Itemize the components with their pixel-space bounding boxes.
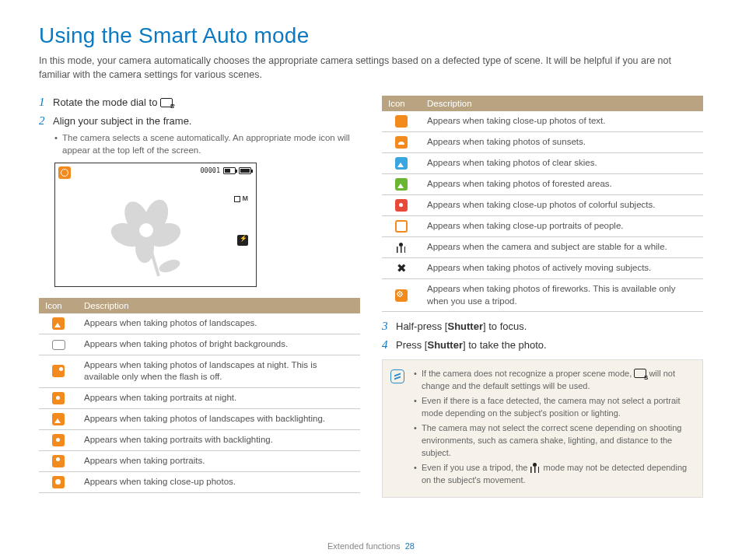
cell-desc: Appears when taking photos of actively m… [421,258,703,279]
step-3: 3 Half-press [Shutter] to focus. [382,320,703,334]
night-landscape-icon [52,365,65,377]
table-row: Appears when taking photos of landscapes… [39,313,360,334]
shot-counter: 00001 [200,166,220,174]
shutter-label: Shutter [427,339,463,351]
table-row: Appears when taking close-up photos of c… [382,195,703,216]
table-row: Appears when taking portraits at night. [39,387,360,408]
col-header-desc: Description [78,298,360,313]
table-row: Appears when taking photos of landscapes… [39,355,360,387]
shutter-label: Shutter [447,320,483,332]
size-indicator: M [234,194,249,202]
night-portrait-icon [52,392,65,404]
table-row: Appears when taking portraits. [39,450,360,471]
step-4-post: ] to take the photo. [463,339,547,351]
colorful-closeup-icon [395,199,408,212]
step-2-text: Align your subject in the frame. [53,114,360,128]
flash-indicator [237,235,248,246]
svg-point-6 [157,257,181,275]
smart-auto-icon [634,369,646,380]
table-row: Appears when taking photos of sunsets. [382,132,703,153]
portrait-icon [52,455,65,467]
closeup-icon [52,476,65,488]
right-column: Icon Description Appears when taking clo… [382,96,703,501]
left-column: 1 Rotate the mode dial to . 2 Align your… [39,96,360,501]
step-4-pre: Press [ [396,339,427,351]
table-row: Appears when taking close-up photos of t… [382,111,703,132]
page-number: 28 [405,541,415,551]
cell-desc: Appears when taking photos of sunsets. [421,132,703,153]
step-2: 2 Align your subject in the frame. [39,114,360,128]
table-row: Appears when taking portraits with backl… [39,429,360,450]
battery-icon [239,167,251,174]
cell-desc: Appears when taking close-up photos of c… [421,195,703,216]
col-header-icon: Icon [382,96,421,111]
step-3-pre: Half-press [ [396,320,447,332]
note-box: If the camera does not recognize a prope… [382,359,703,497]
scene-icons-table-2: Icon Description Appears when taking clo… [382,96,703,312]
table-row: Appears when taking close-up portraits o… [382,216,703,237]
step-number: 3 [382,320,396,334]
note-item: The camera may not select the correct sc… [414,422,693,460]
col-header-desc: Description [421,96,703,111]
table-row: Appears when taking close-up photos. [39,471,360,492]
action-icon: ✖ [395,262,408,275]
step-number: 4 [382,338,396,352]
backlight-portrait-icon [52,434,65,446]
flower-graphic [98,187,191,280]
step-1: 1 Rotate the mode dial to . [39,96,360,110]
section-name: Extended functions [327,541,401,551]
step-2-bullets: The camera selects a scene automatically… [54,132,360,156]
cell-desc: Appears when taking photos of clear skie… [421,153,703,174]
tripod-icon [530,463,541,474]
step-number: 1 [39,96,53,110]
backlight-landscape-icon [52,413,65,425]
cell-desc: Appears when taking photos of forested a… [421,174,703,195]
note-item: If the camera does not recognize a prope… [414,368,693,393]
table-row: Appears when taking photos of forested a… [382,174,703,195]
svg-point-5 [139,223,153,237]
scene-mode-icon [58,166,71,179]
note-item: Even if you use a tripod, the mode may n… [414,462,693,487]
cell-desc: Appears when taking photos of landscapes… [78,408,360,429]
table-row: Appears when taking photos of clear skie… [382,153,703,174]
table-row: Appears when taking photos of landscapes… [39,408,360,429]
forest-icon [395,178,408,191]
cell-desc: Appears when taking portraits with backl… [78,429,360,450]
table-row: Appears when taking photos of bright bac… [39,334,360,355]
smart-auto-icon [160,98,173,109]
fireworks-icon [395,289,408,302]
sunset-icon [395,136,408,149]
tripod-icon [395,241,408,254]
col-header-icon: Icon [39,298,78,313]
landscape-icon [52,317,65,330]
lcd-preview: 00001 M [54,163,257,287]
cell-desc: Appears when taking close-up portraits o… [421,216,703,237]
cell-desc: Appears when taking photos of fireworks.… [421,279,703,312]
cell-desc: Appears when taking photos of bright bac… [78,334,360,355]
cell-desc: Appears when taking close-up photos. [78,471,360,492]
step-1-text-pre: Rotate the mode dial to [53,96,160,108]
page-footer: Extended functions 28 [0,541,742,551]
cell-desc: Appears when taking portraits. [78,450,360,471]
cell-desc: Appears when taking portraits at night. [78,387,360,408]
table-row: Appears when taking photos of fireworks.… [382,279,703,312]
intro-text: In this mode, your camera automatically … [39,54,703,82]
note-icon [390,369,404,383]
page-title: Using the Smart Auto mode [39,23,703,48]
step-3-post: ] to focus. [483,320,527,332]
note-item: Even if there is a face detected, the ca… [414,395,693,420]
closeup-portrait-icon [395,220,408,233]
bright-bg-icon [52,340,65,350]
step-4: 4 Press [Shutter] to take the photo. [382,338,703,352]
step-number: 2 [39,114,53,128]
table-row: Appears when the camera and subject are … [382,237,703,258]
table-row: ✖Appears when taking photos of actively … [382,258,703,279]
sky-icon [395,157,408,170]
cell-desc: Appears when taking close-up photos of t… [421,111,703,132]
bullet-item: The camera selects a scene automatically… [54,132,360,156]
closeup-text-icon [395,115,408,128]
scene-icons-table-1: Icon Description Appears when taking pho… [39,298,360,493]
cell-desc: Appears when taking photos of landscapes… [78,355,360,387]
cell-desc: Appears when the camera and subject are … [421,237,703,258]
battery-icon [223,167,236,174]
